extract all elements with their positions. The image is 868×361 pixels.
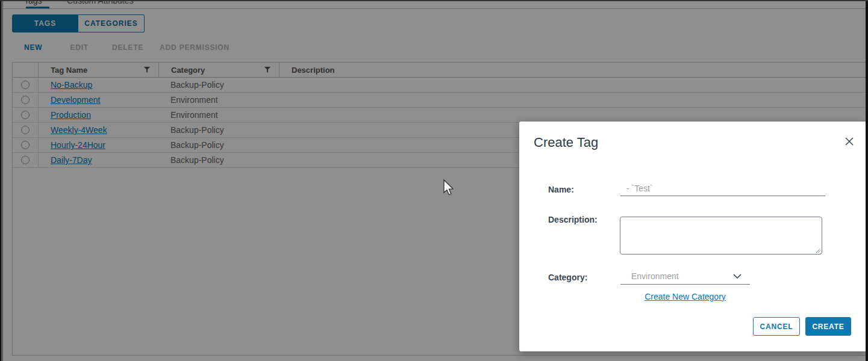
- create-new-category-link[interactable]: Create New Category: [645, 292, 726, 301]
- app-window: Tags Custom Attributes TAGS CATEGORIES N…: [0, 0, 868, 361]
- create-button[interactable]: CREATE: [805, 317, 851, 336]
- description-label: Description:: [548, 215, 598, 224]
- dialog-title: Create Tag: [534, 135, 598, 150]
- window-edge-top: [0, 0, 868, 1]
- window-edge-left-inner: [1, 0, 3, 361]
- cancel-button[interactable]: CANCEL: [753, 317, 800, 336]
- category-label: Category:: [548, 273, 587, 282]
- chevron-down-icon: [733, 274, 742, 279]
- name-input[interactable]: [620, 180, 825, 196]
- create-tag-dialog: Create Tag Name: Description: Category: …: [519, 122, 867, 351]
- category-selected-value: Environment: [620, 271, 733, 281]
- description-textarea[interactable]: [620, 217, 822, 255]
- window-edge-right: [866, 0, 868, 361]
- name-label: Name:: [548, 185, 574, 194]
- category-select[interactable]: Environment: [620, 268, 750, 285]
- close-icon[interactable]: [844, 136, 855, 147]
- dialog-button-bar: CANCEL CREATE: [753, 317, 851, 336]
